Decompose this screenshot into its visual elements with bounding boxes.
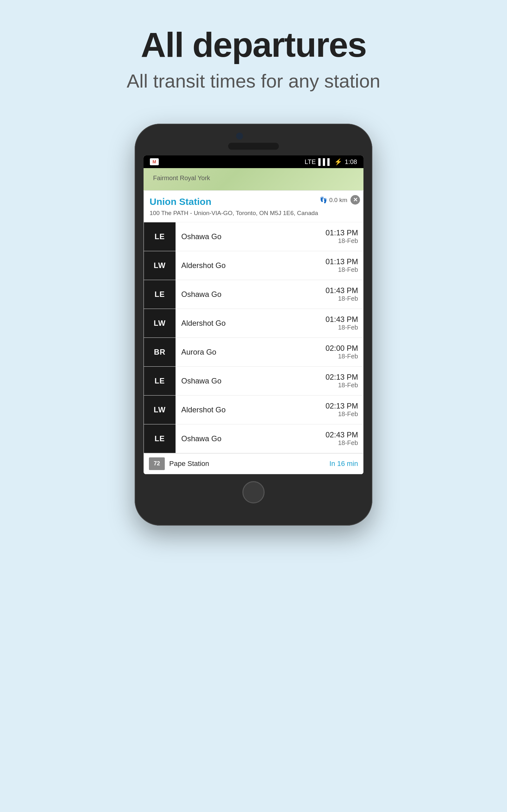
phone-camera (236, 133, 243, 140)
time-main: 02:00 PM (326, 344, 358, 353)
popup-distance: 👣 0.0 km (320, 196, 347, 204)
page-subtitle: All transit times for any station (127, 70, 380, 92)
status-right: LTE ▌▌▌ ⚡ 1:08 (304, 158, 357, 165)
departure-row[interactable]: LE Oshawa Go 01:13 PM 18-Feb (144, 222, 363, 251)
time-main: 01:43 PM (326, 315, 358, 324)
status-left: M (150, 158, 159, 165)
route-badge: LW (144, 309, 176, 338)
status-bar: M LTE ▌▌▌ ⚡ 1:08 (144, 155, 363, 168)
time-date: 18-Feb (326, 324, 358, 331)
departure-time: 02:00 PM 18-Feb (326, 344, 363, 360)
route-name: Aldershot Go (176, 319, 326, 328)
time-main: 02:43 PM (326, 430, 358, 439)
bottom-time: In 16 min (330, 460, 358, 468)
departure-row[interactable]: LE Oshawa Go 02:13 PM 18-Feb (144, 367, 363, 396)
route-name: Aurora Go (176, 348, 326, 357)
route-badge: LE (144, 222, 176, 251)
popup-card: Union Station 100 The PATH - Union-VIA-G… (144, 190, 363, 474)
walk-icon: 👣 (320, 196, 327, 204)
close-button[interactable]: ✕ (350, 195, 360, 205)
phone-mockup: M LTE ▌▌▌ ⚡ 1:08 Fairmont Royal York Uni… (135, 124, 372, 525)
time-date: 18-Feb (326, 382, 358, 389)
time-main: 01:43 PM (326, 286, 358, 295)
time-date: 18-Feb (326, 439, 358, 447)
page-header: All departures All transit times for any… (114, 0, 393, 105)
time-main: 01:13 PM (326, 257, 358, 266)
time-date: 18-Feb (326, 237, 358, 245)
departure-row[interactable]: LW Aldershot Go 02:13 PM 18-Feb (144, 396, 363, 424)
departure-row[interactable]: LW Aldershot Go 01:43 PM 18-Feb (144, 309, 363, 338)
phone-outer: M LTE ▌▌▌ ⚡ 1:08 Fairmont Royal York Uni… (135, 124, 372, 525)
departure-time: 02:13 PM 18-Feb (326, 402, 363, 418)
clock: 1:08 (345, 158, 357, 165)
route-badge: LE (144, 280, 176, 309)
departure-time: 01:43 PM 18-Feb (326, 315, 363, 331)
route-badge: LE (144, 424, 176, 453)
phone-screen: M LTE ▌▌▌ ⚡ 1:08 Fairmont Royal York Uni… (144, 155, 363, 474)
signal-icon: ▌▌▌ (319, 158, 332, 165)
time-main: 02:13 PM (326, 373, 358, 382)
route-name: Oshawa Go (176, 232, 326, 241)
network-type: LTE (304, 158, 316, 165)
route-name: Aldershot Go (176, 261, 326, 270)
route-name: Aldershot Go (176, 405, 326, 414)
bottom-station: Pape Station (169, 460, 330, 468)
departure-time: 01:13 PM 18-Feb (326, 257, 363, 273)
bottom-badge: 72 (149, 457, 165, 470)
time-main: 02:13 PM (326, 402, 358, 410)
bottom-bar: 72 Pape Station In 16 min (144, 453, 363, 474)
departure-row[interactable]: BR Aurora Go 02:00 PM 18-Feb (144, 338, 363, 367)
battery-icon: ⚡ (334, 158, 342, 165)
departure-row[interactable]: LW Aldershot Go 01:13 PM 18-Feb (144, 251, 363, 280)
gmail-icon: M (150, 158, 159, 165)
departure-row[interactable]: LE Oshawa Go 02:43 PM 18-Feb (144, 424, 363, 453)
departure-time: 01:13 PM 18-Feb (326, 229, 363, 245)
popup-header: Union Station 100 The PATH - Union-VIA-G… (144, 191, 363, 222)
route-badge: LW (144, 251, 176, 280)
departure-time: 01:43 PM 18-Feb (326, 286, 363, 302)
time-main: 01:13 PM (326, 229, 358, 237)
time-date: 18-Feb (326, 295, 358, 302)
time-date: 18-Feb (326, 353, 358, 360)
home-button[interactable] (242, 481, 265, 503)
route-name: Oshawa Go (176, 376, 326, 386)
departure-list: LE Oshawa Go 01:13 PM 18-Feb LW Aldersho… (144, 222, 363, 453)
departure-row[interactable]: LE Oshawa Go 01:43 PM 18-Feb (144, 280, 363, 309)
route-badge: LW (144, 396, 176, 424)
route-badge: LE (144, 367, 176, 395)
route-name: Oshawa Go (176, 290, 326, 299)
departure-time: 02:13 PM 18-Feb (326, 373, 363, 389)
page-title: All departures (127, 26, 380, 64)
departure-time: 02:43 PM 18-Feb (326, 430, 363, 447)
map-area: Fairmont Royal York (144, 168, 363, 190)
time-date: 18-Feb (326, 410, 358, 418)
route-badge: BR (144, 338, 176, 366)
phone-speaker (228, 143, 279, 150)
distance-value: 0.0 km (329, 197, 347, 204)
map-label: Fairmont Royal York (153, 174, 210, 182)
popup-address: 100 The PATH - Union-VIA-GO, Toronto, ON… (150, 209, 357, 217)
time-date: 18-Feb (326, 266, 358, 273)
route-name: Oshawa Go (176, 434, 326, 443)
